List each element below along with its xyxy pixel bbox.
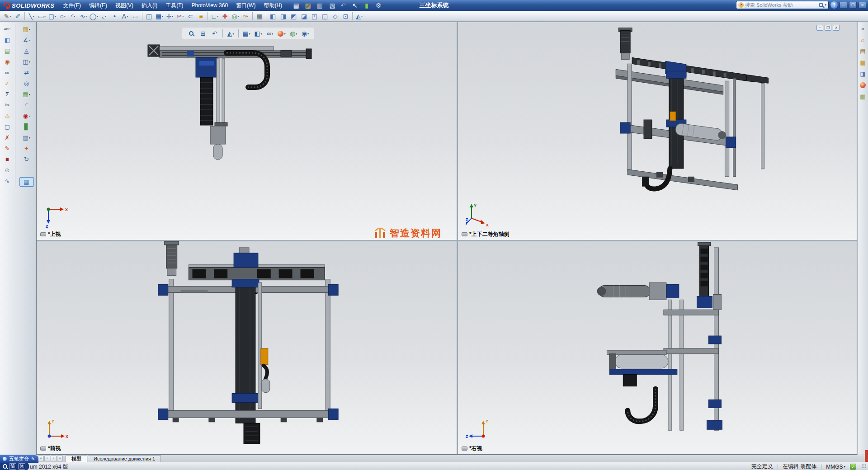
edit-appearance-icon[interactable]: ▾ bbox=[276, 29, 287, 38]
viewport-close-icon[interactable]: ✕ bbox=[833, 25, 840, 31]
menu-5[interactable]: 工具(T) bbox=[161, 0, 187, 11]
hide-show-items-icon[interactable]: ∞▾ bbox=[264, 29, 275, 38]
mirror-entities-icon[interactable]: ◫ bbox=[144, 11, 154, 21]
slot-icon[interactable]: ▢▾ bbox=[47, 11, 57, 21]
viewport-divider-vertical[interactable] bbox=[457, 22, 458, 454]
open-icon[interactable]: ▨▾ bbox=[303, 1, 314, 10]
linear-sketch-pattern-icon[interactable]: ▦▾ bbox=[154, 11, 165, 21]
view-front-icon[interactable]: ◧ bbox=[268, 11, 278, 21]
tab-scroll-last-icon[interactable]: » bbox=[57, 456, 63, 461]
curve-tool-icon[interactable]: ∿ bbox=[1, 176, 13, 186]
normal-to-icon[interactable]: ⊡ bbox=[340, 11, 351, 21]
print-icon[interactable]: ▧ bbox=[327, 1, 338, 10]
ime-search-icon[interactable] bbox=[3, 464, 7, 469]
fillet-icon[interactable]: ◟▾ bbox=[99, 11, 109, 21]
view-back-icon[interactable]: ◨ bbox=[278, 11, 288, 21]
assembly-visualization-icon[interactable]: ▥▾ bbox=[19, 133, 34, 142]
paint-tool-icon[interactable]: ✎ bbox=[1, 144, 13, 153]
mass-properties-icon[interactable]: ◬ bbox=[19, 46, 34, 56]
view-top-icon[interactable]: ◰ bbox=[309, 11, 320, 21]
tab-scroll-prev-icon[interactable]: ‹ bbox=[44, 456, 50, 461]
search-icon[interactable] bbox=[819, 3, 823, 7]
viewport-front-view[interactable]: Y X *前视 bbox=[37, 241, 457, 454]
hyperlink-icon[interactable]: ∞ bbox=[1, 68, 13, 77]
ellipse-icon[interactable]: ◯▾ bbox=[89, 11, 99, 21]
ime-name-row[interactable]: 五笔拼音 ✎ bbox=[0, 455, 38, 463]
viewport-divider-horizontal[interactable] bbox=[37, 240, 857, 241]
curvature-icon[interactable]: ◜ bbox=[19, 100, 34, 110]
collapse-taskpane-icon[interactable]: « bbox=[859, 24, 867, 33]
design-checker-icon[interactable]: ✓ bbox=[1, 79, 13, 88]
minimize-button[interactable]: ─ bbox=[840, 2, 847, 9]
custom-properties-icon[interactable]: ▥ bbox=[859, 92, 867, 100]
save-icon[interactable]: ▥▾ bbox=[315, 1, 326, 10]
compare-documents-icon[interactable]: ◧ bbox=[1, 35, 13, 45]
no-external-references-icon[interactable]: ⊘ bbox=[1, 165, 13, 175]
undo-icon[interactable]: ↶▾ bbox=[339, 1, 349, 10]
view-palette-icon[interactable]: ◨ bbox=[859, 70, 867, 78]
display-relations-icon[interactable]: ∟▾ bbox=[209, 11, 220, 21]
file-explorer-icon[interactable]: ▦ bbox=[859, 58, 867, 66]
interference-detection-icon[interactable]: ◫▾ bbox=[19, 57, 34, 66]
measure-icon[interactable]: ∡▾ bbox=[19, 35, 34, 45]
quick-snaps-icon[interactable]: ◎▾ bbox=[230, 11, 241, 21]
menu-2[interactable]: 编辑(E) bbox=[85, 0, 111, 11]
design-library-icon[interactable]: ▤ bbox=[859, 47, 867, 55]
zoom-to-fit-icon[interactable] bbox=[186, 29, 197, 38]
view-isometric-icon[interactable]: ◇ bbox=[330, 11, 340, 21]
circle-icon[interactable]: ○▾ bbox=[57, 11, 68, 21]
statistics-icon[interactable]: ▊ bbox=[19, 122, 34, 132]
display-style-icon[interactable]: ◧▾ bbox=[253, 29, 264, 38]
ime-traditional-toggle[interactable]: 体 bbox=[18, 463, 25, 470]
close-button[interactable]: ✕ bbox=[859, 2, 866, 9]
offset-entities-icon[interactable]: ≡ bbox=[196, 11, 206, 21]
cad-model-dimetric-view[interactable] bbox=[458, 22, 857, 240]
line-icon[interactable]: ╲▾ bbox=[26, 11, 37, 21]
publish-edrawings-icon[interactable]: ◉ bbox=[1, 57, 13, 66]
viewport-restore-icon[interactable]: ❐ bbox=[825, 25, 831, 31]
view-orientation-icon[interactable]: ▦▾ bbox=[241, 29, 252, 38]
delete-face-icon[interactable]: ✗ bbox=[1, 133, 13, 142]
hole-alignment-icon[interactable]: ◎ bbox=[19, 79, 34, 88]
evaluate-performance-icon[interactable]: ▦▾ bbox=[19, 89, 34, 99]
plane-icon[interactable]: ▱ bbox=[130, 11, 141, 21]
simulation-advisor-icon[interactable]: ✦ bbox=[19, 144, 34, 153]
tab-1[interactable]: 模型 bbox=[66, 455, 87, 462]
rebuild-icon[interactable]: ▮▾ bbox=[362, 1, 373, 10]
viewport-top-view[interactable]: X Z *上视 bbox=[37, 22, 457, 240]
ime-simplified-toggle[interactable]: 简 bbox=[9, 463, 16, 470]
spell-checker-icon[interactable]: ABC bbox=[1, 24, 13, 34]
resize-grip[interactable] bbox=[861, 463, 867, 469]
solidworks-resources-icon[interactable]: ⌂ bbox=[859, 36, 867, 44]
repair-sketch-icon[interactable]: ✚ bbox=[220, 11, 230, 21]
search-input[interactable] bbox=[745, 2, 817, 8]
select-pointer-icon[interactable]: ↖▾ bbox=[350, 1, 361, 10]
point-icon[interactable]: • bbox=[109, 11, 120, 21]
convert-entities-icon[interactable]: ⊂ bbox=[185, 11, 196, 21]
zoom-to-area-icon[interactable]: ⊞ bbox=[198, 29, 208, 38]
clearance-verification-icon[interactable]: ⇄ bbox=[19, 68, 34, 77]
section-view-icon[interactable]: ◭▾ bbox=[225, 29, 236, 38]
grid-system-icon[interactable]: ▦ bbox=[254, 11, 264, 21]
view-right-icon[interactable]: ◪ bbox=[299, 11, 309, 21]
restore-button[interactable]: ❐ bbox=[849, 2, 857, 9]
options-icon[interactable]: ⚙▾ bbox=[374, 1, 385, 10]
view-left-icon[interactable]: ◩ bbox=[288, 11, 299, 21]
previous-view-icon[interactable]: ↶ bbox=[209, 29, 220, 38]
cad-model-right-view[interactable] bbox=[458, 241, 857, 454]
trim-tool-icon[interactable]: ✂ bbox=[1, 100, 13, 110]
motion-study-icon[interactable]: ↻ bbox=[19, 155, 34, 164]
apply-scene-icon[interactable]: ◍▾ bbox=[288, 29, 299, 38]
sketch-icon[interactable]: ✎▾ bbox=[2, 11, 13, 21]
feature-box-icon[interactable]: ▢ bbox=[1, 122, 13, 132]
viewport-dimetric-view[interactable]: Y X Z *上下二等角轴测 bbox=[458, 22, 857, 240]
cad-model-top-view[interactable] bbox=[37, 22, 457, 240]
search-dropdown-icon[interactable]: ▾ bbox=[825, 3, 826, 7]
rectangle-icon[interactable]: ▭▾ bbox=[37, 11, 47, 21]
section-view-tool-icon[interactable]: ◭▾ bbox=[354, 11, 364, 21]
spline-icon[interactable]: ∿▾ bbox=[78, 11, 89, 21]
arc-icon[interactable]: ◜▾ bbox=[68, 11, 78, 21]
design-library-folder-icon[interactable]: ▦▾ bbox=[19, 24, 34, 34]
smart-dimension-icon[interactable]: ✐ bbox=[13, 11, 23, 21]
thumbnail-preview-icon[interactable]: ▤ bbox=[1, 46, 13, 56]
